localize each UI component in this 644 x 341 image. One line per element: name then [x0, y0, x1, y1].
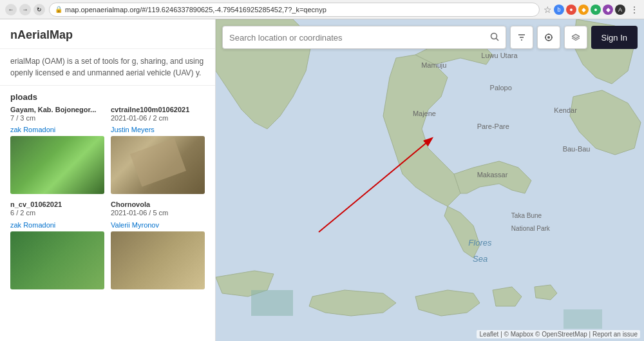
sidebar-header: nAerialMap — [0, 19, 215, 49]
imagery-user[interactable]: Valerii Myronov — [111, 221, 205, 229]
url-text: map.openaerialmap.org/#/119.624633789062… — [65, 6, 327, 14]
thumbnail-image — [10, 136, 104, 194]
imagery-row-1: Gayam, Kab. Bojonegor... 7 / 3 cm zak Ro… — [10, 106, 205, 194]
svg-point-4 — [491, 33, 497, 39]
map-background: Mamuju Luwu Utara Palopo Majene Pare-Par… — [216, 19, 644, 341]
nav-buttons: ← → ↻ — [5, 4, 45, 15]
imagery-title: Gayam, Kab. Bojonegor... — [10, 106, 104, 113]
svg-line-5 — [496, 38, 498, 41]
imagery-title: n_cv_01062021 — [10, 200, 104, 208]
layers-button[interactable] — [564, 26, 587, 49]
menu-icon[interactable]: ⋮ — [630, 5, 639, 15]
address-bar-row: ← → ↻ 🔒 map.openaerialmap.org/#/119.6246… — [0, 0, 644, 19]
star-icon[interactable]: ☆ — [544, 5, 552, 15]
filter-button[interactable] — [510, 26, 533, 49]
imagery-thumbnail[interactable] — [10, 231, 104, 289]
list-item: Gayam, Kab. Bojonegor... 7 / 3 cm zak Ro… — [10, 106, 104, 194]
imagery-thumbnail[interactable] — [10, 136, 104, 194]
map-svg — [216, 19, 644, 341]
imagery-title: Chornovola — [111, 200, 205, 208]
sign-in-button[interactable]: Sign In — [591, 26, 638, 49]
imagery-user[interactable]: zak Romadoni — [10, 126, 104, 133]
svg-marker-15 — [572, 34, 580, 39]
list-item: Chornovola 2021-01-06 / 5 cm Valerii Myr… — [111, 200, 205, 289]
thumbnail-image — [111, 136, 205, 194]
layers-icon — [571, 33, 580, 42]
search-input[interactable] — [229, 33, 486, 43]
uploads-section-title: ploads — [0, 86, 215, 106]
imagery-meta: 6 / 2 cm — [10, 208, 104, 218]
imagery-thumbnail[interactable] — [111, 231, 205, 289]
svg-rect-1 — [564, 309, 602, 329]
browser-actions: ☆ b ● ◆ ● ◆ A ⋮ — [544, 5, 639, 15]
list-item: n_cv_01062021 6 / 2 cm zak Romadoni — [10, 200, 104, 289]
search-icon — [490, 32, 499, 41]
svg-rect-0 — [251, 290, 293, 316]
extension-icon2[interactable]: ● — [591, 5, 601, 15]
map-toolbar: Sign In — [222, 26, 638, 49]
filter-icon — [517, 33, 526, 42]
thumbnail-image — [111, 231, 205, 289]
address-bar[interactable]: 🔒 map.openaerialmap.org/#/119.6246337890… — [49, 3, 540, 17]
profile-icon-red[interactable]: ● — [566, 5, 576, 15]
back-button[interactable]: ← — [5, 4, 17, 15]
lock-icon: 🔒 — [55, 6, 62, 13]
forward-button[interactable]: → — [19, 4, 31, 15]
app-container: nAerialMap erialMap (OAM) is a set of to… — [0, 19, 644, 341]
account-icon[interactable]: A — [615, 5, 625, 15]
imagery-title: cvtrailne100m01062021 — [111, 106, 205, 113]
imagery-meta: 2021-01-06 / 5 cm — [111, 208, 205, 218]
imagery-row-2: n_cv_01062021 6 / 2 cm zak Romadoni Chor… — [10, 200, 205, 289]
sidebar: nAerialMap erialMap (OAM) is a set of to… — [0, 19, 216, 341]
sidebar-description: erialMap (OAM) is a set of tools for g, … — [0, 49, 215, 86]
location-icon — [544, 33, 553, 42]
app-title: nAerialMap — [10, 28, 205, 42]
imagery-meta: 2021-01-06 / 2 cm — [111, 113, 205, 123]
imagery-user[interactable]: Justin Meyers — [111, 126, 205, 133]
list-item: cvtrailne100m01062021 2021-01-06 / 2 cm … — [111, 106, 205, 194]
location-button[interactable] — [537, 26, 560, 49]
map-attribution: Leaflet | © Mapbox © OpenStreetMap | Rep… — [477, 330, 640, 338]
imagery-user[interactable]: zak Romadoni — [10, 221, 104, 229]
imagery-thumbnail[interactable] — [111, 136, 205, 194]
imagery-grid: Gayam, Kab. Bojonegor... 7 / 3 cm zak Ro… — [0, 106, 215, 289]
thumbnail-image — [10, 231, 104, 289]
profile-icon-blue[interactable]: b — [554, 5, 564, 15]
extension-icon3[interactable]: ◆ — [603, 5, 613, 15]
map-container[interactable]: Mamuju Luwu Utara Palopo Majene Pare-Par… — [216, 19, 644, 341]
search-button[interactable] — [490, 32, 499, 43]
imagery-meta: 7 / 3 cm — [10, 113, 104, 123]
svg-point-10 — [547, 36, 550, 39]
extension-icon[interactable]: ◆ — [578, 5, 589, 15]
refresh-button[interactable]: ↻ — [33, 4, 45, 15]
search-box[interactable] — [222, 26, 506, 49]
